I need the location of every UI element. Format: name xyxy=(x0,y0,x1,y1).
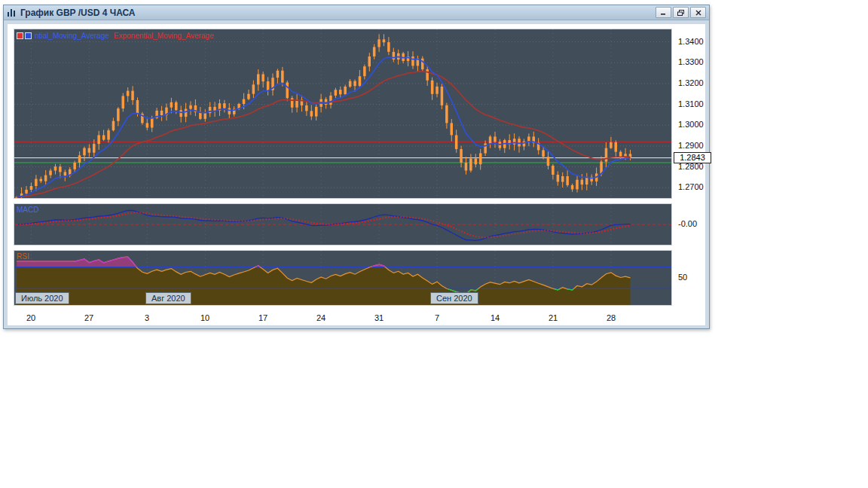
time-axis-label: 27 xyxy=(80,313,98,322)
macd-axis-label: -0.00 xyxy=(678,219,697,228)
window-title: График GBP /USD 4 ЧАСА xyxy=(20,8,136,18)
month-marker: Июль 2020 xyxy=(15,292,69,304)
price-axis-label: 1.3200 xyxy=(678,78,704,87)
indicator-legend: ntial_Moving_Average Exponential_Moving_… xyxy=(17,32,213,40)
rsi-panel[interactable]: RSI Июль 2020Авг 2020Сен 2020 xyxy=(14,250,672,306)
restore-button[interactable] xyxy=(673,7,689,18)
price-axis-label: 1.3100 xyxy=(678,99,704,108)
price-axis-label: 1.3400 xyxy=(678,37,704,46)
time-axis-label: 3 xyxy=(138,313,156,322)
time-axis-label: 10 xyxy=(196,313,214,322)
price-axis-label: 1.2700 xyxy=(678,182,704,191)
month-marker: Сен 2020 xyxy=(430,292,478,304)
month-marker: Авг 2020 xyxy=(145,292,191,304)
price-chart-svg[interactable] xyxy=(14,29,671,198)
time-axis-label: 24 xyxy=(312,313,330,322)
rsi-axis-label: 50 xyxy=(678,273,687,282)
chart-client-area: ntial_Moving_Average Exponential_Moving_… xyxy=(8,24,705,325)
app-icon xyxy=(7,8,17,17)
macd-chart-svg[interactable] xyxy=(14,204,671,245)
title-bar[interactable]: График GBP /USD 4 ЧАСА xyxy=(4,5,709,20)
chart-window: График GBP /USD 4 ЧАСА xyxy=(3,5,710,329)
price-axis-label: 1.3300 xyxy=(678,57,704,66)
time-axis-label: 28 xyxy=(602,313,620,322)
time-axis-label: 31 xyxy=(370,313,388,322)
time-axis-label: 21 xyxy=(544,313,562,322)
time-axis: 20273101724317142128 xyxy=(14,312,672,325)
time-axis-label: 17 xyxy=(254,313,272,322)
current-price-tag: 1.2843 xyxy=(674,152,711,163)
legend-swatch-blue[interactable] xyxy=(25,32,32,39)
time-axis-label: 14 xyxy=(486,313,504,322)
price-axis-label: 1.3000 xyxy=(678,120,704,129)
time-axis-label: 7 xyxy=(428,313,446,322)
rsi-chart-svg[interactable] xyxy=(14,251,671,305)
rsi-label: RSI xyxy=(17,252,29,261)
minimize-button[interactable] xyxy=(656,7,671,18)
time-axis-label: 20 xyxy=(22,313,40,322)
close-button[interactable] xyxy=(690,7,706,18)
minimize-icon xyxy=(660,10,667,15)
ma-slow-legend-label: Exponential_Moving_Average xyxy=(114,32,214,40)
macd-panel[interactable]: MACD xyxy=(14,203,672,246)
legend-swatch-red[interactable] xyxy=(17,32,23,39)
price-axis-label: 1.2900 xyxy=(678,141,704,150)
price-panel[interactable]: ntial_Moving_Average Exponential_Moving_… xyxy=(14,29,672,199)
window-controls xyxy=(656,7,706,18)
restore-icon xyxy=(677,10,684,16)
ma-fast-legend-label: ntial_Moving_Average xyxy=(35,32,109,40)
close-icon xyxy=(695,10,701,16)
macd-label: MACD xyxy=(17,206,38,214)
